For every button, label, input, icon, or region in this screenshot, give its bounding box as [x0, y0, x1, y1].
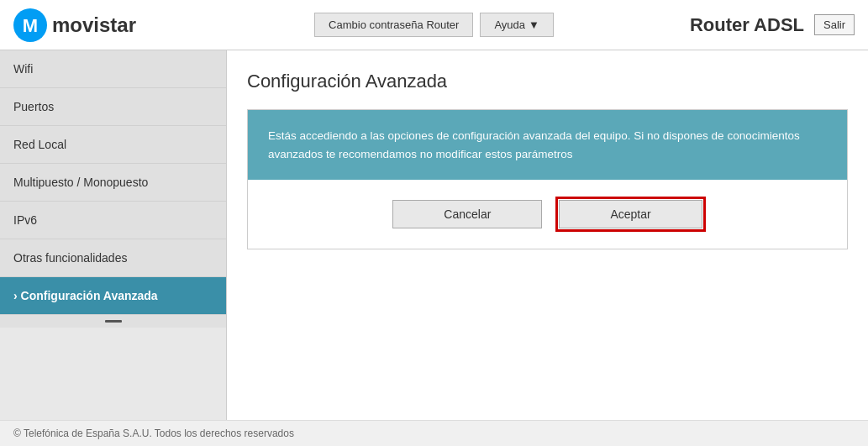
sidebar-item-puertos[interactable]: Puertos: [0, 88, 226, 126]
main-layout: Wifi Puertos Red Local Multipuesto / Mon…: [0, 50, 868, 420]
sidebar-item-red-local[interactable]: Red Local: [0, 126, 226, 164]
header: M movistar Cambio contraseña Router Ayud…: [0, 0, 868, 50]
content-area: Configuración Avanzada Estás accediendo …: [227, 50, 868, 420]
sidebar-item-ipv6[interactable]: IPv6: [0, 202, 226, 239]
sidebar-item-label: Multipuesto / Monopuesto: [13, 176, 148, 189]
sidebar-item-label: IPv6: [13, 213, 37, 227]
svg-text:M: M: [23, 14, 38, 35]
sidebar-item-wifi[interactable]: Wifi: [0, 50, 226, 88]
sidebar-item-configuracion-avanzada[interactable]: Configuración Avanzada: [0, 277, 226, 315]
footer: © Telefónica de España S.A.U. Todos los …: [0, 420, 868, 446]
sidebar-item-label: Wifi: [13, 62, 33, 76]
cambio-contrasena-btn[interactable]: Cambio contraseña Router: [314, 13, 473, 37]
salir-button[interactable]: Salir: [814, 14, 855, 35]
sidebar-dash-icon: [105, 320, 122, 323]
sidebar: Wifi Puertos Red Local Multipuesto / Mon…: [0, 50, 227, 420]
sidebar-item-otras[interactable]: Otras funcionalidades: [0, 239, 226, 277]
sidebar-bottom-bar: [0, 315, 226, 328]
sidebar-item-label: Otras funcionalidades: [13, 251, 127, 265]
router-title: Router ADSL: [690, 14, 804, 36]
footer-text: © Telefónica de España S.A.U. Todos los …: [13, 428, 294, 439]
sidebar-item-label: Red Local: [13, 138, 66, 151]
logo-area: M movistar: [13, 8, 294, 42]
buttons-row: Cancelar Aceptar: [248, 180, 847, 249]
header-right: Router ADSL Salir: [574, 14, 855, 36]
sidebar-item-multipuesto[interactable]: Multipuesto / Monopuesto: [0, 164, 226, 202]
ayuda-btn[interactable]: Ayuda ▼: [480, 13, 554, 37]
header-center: Cambio contraseña Router Ayuda ▼: [294, 13, 575, 37]
brand-name: movistar: [52, 13, 136, 37]
aceptar-button[interactable]: Aceptar: [559, 200, 702, 228]
sidebar-item-label: Puertos: [13, 100, 54, 113]
content-box: Estás accediendo a las opciones de confi…: [247, 109, 848, 249]
page-title: Configuración Avanzada: [247, 71, 848, 92]
ayuda-label: Ayuda: [494, 18, 525, 31]
info-banner: Estás accediendo a las opciones de confi…: [248, 110, 847, 180]
info-text-line2: avanzados te recomendamos no modificar e…: [268, 145, 827, 164]
info-text-line1: Estás accediendo a las opciones de confi…: [268, 127, 827, 145]
movistar-logo-icon: M: [13, 8, 47, 42]
sidebar-item-label: Configuración Avanzada: [21, 289, 158, 302]
dropdown-arrow-icon: ▼: [529, 18, 539, 31]
cancelar-button[interactable]: Cancelar: [392, 200, 542, 228]
